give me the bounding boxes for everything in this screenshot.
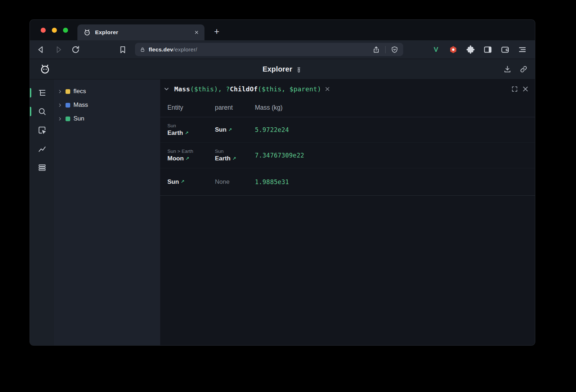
minimize-window-button[interactable]	[52, 28, 57, 33]
sidebar-toggle-icon[interactable]	[483, 45, 492, 54]
table-row[interactable]: Sun Earth ↗ Sun ↗ 5.9722e24	[160, 117, 535, 143]
query-panel: Mass($this), ?ChildOf($this, $parent) En…	[160, 79, 535, 345]
back-button[interactable]	[36, 45, 46, 54]
download-icon[interactable]	[503, 65, 512, 73]
wallet-icon[interactable]	[500, 45, 510, 54]
inspect-element-icon[interactable]	[37, 126, 47, 135]
column-header-parent[interactable]: parent	[208, 104, 255, 111]
brave-shield-icon[interactable]	[391, 46, 399, 54]
entity-color-swatch	[66, 89, 70, 94]
secure-lock-icon	[140, 47, 145, 53]
query-args: ($this, $parent)	[258, 85, 321, 93]
query-expression[interactable]: Mass($this), ?ChildOf($this, $parent)	[174, 85, 321, 93]
parent-link[interactable]: Sun ↗	[215, 126, 255, 133]
fullscreen-icon[interactable]	[511, 86, 518, 92]
flecs-favicon	[83, 28, 91, 36]
parent-name: Sun	[215, 126, 226, 133]
forward-button[interactable]	[54, 45, 63, 54]
expand-chevron-icon[interactable]	[58, 117, 62, 121]
icon-sidebar	[30, 79, 54, 345]
close-window-button[interactable]	[41, 28, 46, 33]
external-link-icon: ↗	[185, 130, 188, 136]
expand-chevron-icon[interactable]	[58, 89, 62, 94]
flecs-logo	[39, 63, 51, 75]
query-term: ChildOf	[230, 85, 258, 93]
urlbar-divider	[385, 46, 386, 53]
reload-button[interactable]	[71, 45, 80, 54]
external-link-icon: ↗	[185, 156, 189, 161]
entity-link[interactable]: Earth ↗	[167, 129, 208, 137]
tab-strip: Explorer +	[30, 20, 535, 40]
address-bar[interactable]: flecs.dev/explorer/	[135, 43, 403, 56]
mass-value: 1.9885e31	[255, 178, 535, 186]
entity-cell: Sun > Earth Moon ↗	[160, 149, 208, 162]
entity-color-swatch	[66, 103, 70, 108]
entity-name: Sun	[167, 178, 179, 186]
entity-link[interactable]: Moon ↗	[167, 155, 208, 162]
entity-name: Moon	[167, 155, 184, 162]
url-domain: flecs.dev	[149, 46, 173, 53]
entity-path: Sun	[167, 123, 208, 128]
content-area: flecs Mass Sun Mass($this), ?ChildOf($th…	[30, 79, 535, 345]
query-term: Mass	[174, 85, 190, 93]
extension-toolbar: V	[431, 45, 527, 54]
hexagon-extension-icon[interactable]	[449, 45, 458, 54]
column-header-mass[interactable]: Mass (kg)	[255, 104, 535, 111]
browser-menu-icon[interactable]	[518, 45, 527, 54]
entity-color-swatch	[66, 117, 70, 121]
table-row[interactable]: Sun ↗ None 1.9885e31	[160, 168, 535, 196]
close-tab-icon[interactable]	[194, 30, 199, 35]
active-indicator	[30, 88, 31, 97]
collapse-chevron-icon[interactable]	[163, 86, 170, 92]
query-args: ($this),	[190, 85, 226, 93]
share-link-icon[interactable]	[519, 65, 528, 73]
parent-link[interactable]: Earth ↗	[215, 155, 255, 162]
tab-title: Explorer	[95, 29, 194, 36]
page-title: Explorer	[262, 65, 292, 73]
browser-tab[interactable]: Explorer	[77, 24, 204, 40]
vue-devtools-extension-icon[interactable]: V	[431, 46, 441, 54]
query-optional-operator: ?	[226, 85, 230, 93]
close-panel-icon[interactable]	[522, 86, 529, 92]
entity-link[interactable]: Sun ↗	[167, 178, 208, 186]
parent-cell: Sun Earth ↗	[208, 149, 255, 162]
parent-none-value: None	[215, 178, 255, 186]
browser-window: Explorer +	[30, 20, 535, 345]
maximize-window-button[interactable]	[63, 28, 68, 33]
external-link-icon: ↗	[232, 156, 236, 161]
share-icon[interactable]	[372, 46, 380, 54]
extensions-puzzle-icon[interactable]	[466, 45, 475, 54]
header-actions	[503, 65, 528, 73]
active-indicator	[30, 107, 31, 116]
search-icon[interactable]	[37, 107, 47, 116]
tree-item-label: Sun	[73, 115, 84, 122]
new-tab-button[interactable]: +	[211, 26, 222, 37]
entity-tree-panel: flecs Mass Sun	[54, 79, 160, 345]
tree-item-label: flecs	[73, 88, 86, 95]
query-bar: Mass($this), ?ChildOf($this, $parent)	[160, 79, 535, 98]
commands-list-icon[interactable]	[37, 163, 47, 172]
tree-item-mass[interactable]: Mass	[58, 98, 160, 112]
traffic-lights	[41, 28, 68, 33]
parent-cell: Sun ↗	[208, 126, 255, 133]
tree-item-flecs[interactable]: flecs	[58, 85, 160, 98]
bookmark-icon[interactable]	[118, 45, 127, 54]
entity-name: Earth	[167, 129, 183, 137]
tree-item-sun[interactable]: Sun	[58, 112, 160, 126]
statistics-chart-icon[interactable]	[37, 144, 47, 154]
table-header-row: Entity parent Mass (kg)	[160, 98, 535, 117]
app-header: Explorer	[30, 59, 535, 79]
navigation-bar: flecs.dev/explorer/ V	[30, 40, 535, 59]
nav-buttons	[36, 45, 80, 54]
expand-chevron-icon[interactable]	[58, 103, 62, 108]
parent-name: Earth	[215, 155, 230, 162]
column-header-entity[interactable]: Entity	[160, 104, 208, 111]
external-link-icon: ↗	[181, 179, 184, 184]
clear-query-icon[interactable]	[325, 86, 330, 92]
page-title-group: Explorer	[262, 65, 302, 73]
table-row[interactable]: Sun > Earth Moon ↗ Sun Earth ↗ 7.3476730…	[160, 143, 535, 168]
parent-cell: None	[208, 178, 255, 186]
tree-view-icon[interactable]	[37, 88, 47, 97]
mass-value: 5.9722e24	[255, 126, 535, 133]
entity-path: Sun > Earth	[167, 149, 208, 154]
